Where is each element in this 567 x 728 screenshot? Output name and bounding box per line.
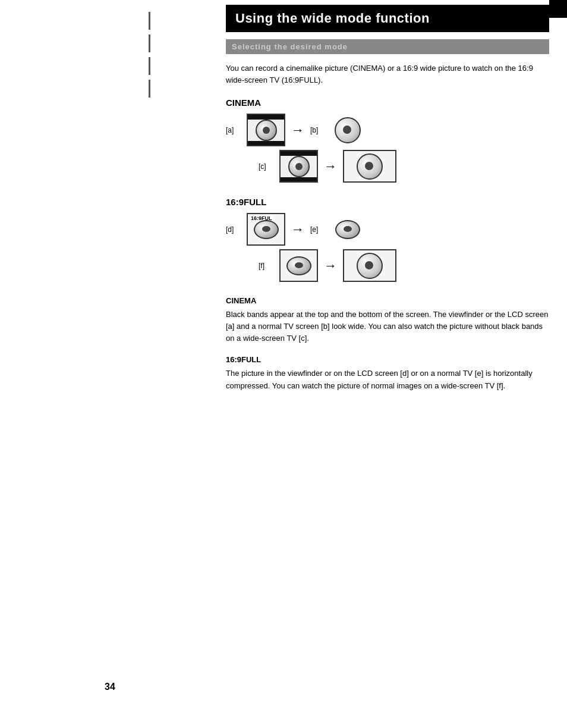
label-b: [b] bbox=[310, 126, 325, 134]
description-text: You can record a cinemalike picture (CIN… bbox=[226, 62, 549, 86]
wide-screen-c bbox=[343, 150, 396, 183]
corner-mark bbox=[549, 0, 567, 18]
ball-b-container bbox=[331, 114, 364, 146]
arrow-2: → bbox=[324, 159, 337, 174]
cinema-section: CINEMA [a] CINEMA → [b] bbox=[226, 98, 549, 183]
margin-lines bbox=[149, 0, 150, 155]
compressed-ball-d bbox=[254, 220, 279, 239]
cinema-display-a bbox=[248, 115, 284, 145]
arrow-3: → bbox=[291, 222, 304, 237]
margin-line-1 bbox=[149, 12, 150, 30]
cinema-screen-c bbox=[279, 150, 318, 183]
compressed-ball-e bbox=[335, 220, 360, 239]
label-e: [e] bbox=[310, 225, 325, 234]
ball-e-container bbox=[331, 213, 364, 246]
full169-section: 16:9FULL [d] 16:9FUL → [e] [f] bbox=[226, 197, 549, 282]
page-container: 34 Using the wide mode function Selectin… bbox=[0, 0, 567, 728]
cinema-row-1: [a] CINEMA → [b] bbox=[226, 114, 549, 146]
cinema-row-2: [c] → bbox=[259, 150, 549, 183]
cinema-ball-a bbox=[256, 120, 277, 141]
wide-ball-c bbox=[357, 153, 383, 180]
full169-row-1: [d] 16:9FUL → [e] bbox=[226, 213, 549, 246]
margin-line-4 bbox=[149, 80, 150, 98]
subtitle-bar: Selecting the desired mode bbox=[226, 39, 549, 54]
cinema-screen-a: CINEMA bbox=[247, 114, 285, 146]
full169-explanation-title: 16:9FULL bbox=[226, 355, 549, 364]
label-f: [f] bbox=[259, 262, 273, 270]
full169-label: 16:9FULL bbox=[226, 197, 549, 207]
wide-screen-f bbox=[343, 249, 396, 282]
margin-line-3 bbox=[149, 57, 150, 75]
page-number: 34 bbox=[105, 682, 115, 692]
ball-b bbox=[335, 117, 361, 143]
cinema-label: CINEMA bbox=[226, 98, 549, 108]
cinema-ball-c bbox=[288, 156, 310, 177]
label-a: [a] bbox=[226, 126, 241, 134]
arrow-1: → bbox=[291, 123, 304, 138]
full169-explanation-text: The picture in the viewfinder or on the … bbox=[226, 368, 549, 391]
full169-explanation: 16:9FULL The picture in the viewfinder o… bbox=[226, 355, 549, 391]
arrow-4: → bbox=[324, 258, 337, 274]
black-band-bottom-a bbox=[248, 141, 284, 146]
black-band-top-c bbox=[281, 151, 317, 156]
main-content: Using the wide mode function Selecting t… bbox=[220, 0, 567, 728]
cinema-explanation-title: CINEMA bbox=[226, 296, 549, 305]
wide-ball-f bbox=[357, 253, 383, 279]
left-margin: 34 bbox=[0, 0, 220, 728]
cinema-explanation-text: Black bands appear at the top and the bo… bbox=[226, 309, 549, 344]
compressed-ball-f bbox=[286, 256, 311, 275]
full169-row-2: [f] → bbox=[259, 249, 549, 282]
label-c: [c] bbox=[259, 162, 273, 171]
cinema-content-c bbox=[281, 156, 317, 177]
screen-d: 16:9FUL bbox=[247, 213, 285, 246]
cinema-content-a bbox=[248, 120, 284, 141]
black-band-top-a bbox=[248, 115, 284, 120]
margin-line-2 bbox=[149, 34, 150, 52]
screen-f bbox=[279, 249, 318, 282]
label-d: [d] bbox=[226, 225, 241, 234]
cinema-explanation: CINEMA Black bands appear at the top and… bbox=[226, 296, 549, 344]
black-band-bottom-c bbox=[281, 177, 317, 182]
page-title: Using the wide mode function bbox=[226, 5, 549, 32]
